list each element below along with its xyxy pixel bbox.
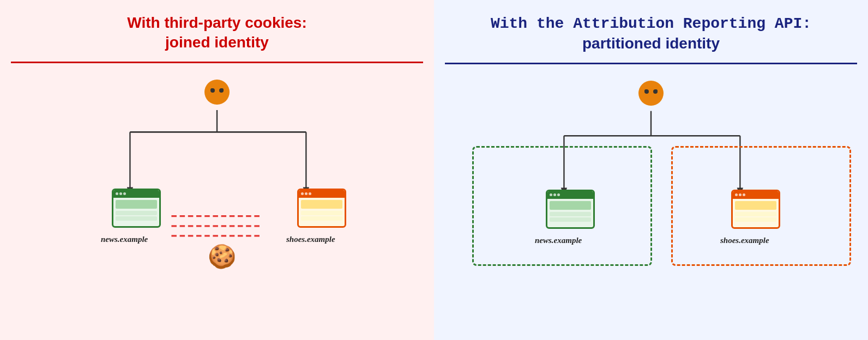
svg-point-18 [653, 89, 658, 94]
left-title-line2: joined identity [165, 34, 269, 51]
dot6 [309, 192, 311, 195]
left-arrows-svg [11, 74, 423, 329]
left-person [204, 80, 233, 108]
left-browser-shoes-content2 [301, 211, 342, 215]
dot3 [123, 192, 126, 195]
left-browser-shoes-bar [299, 190, 345, 198]
right-diagram: news.example shoes.example [445, 75, 857, 329]
left-shoes-label: shoes.example [286, 235, 335, 244]
right-browser-shoes [731, 190, 780, 229]
left-title-line1: With third-party cookies: [127, 14, 307, 31]
right-person-head [638, 81, 664, 106]
right-browser-shoes-content2 [735, 212, 776, 216]
rdot1 [550, 193, 552, 196]
left-browser-shoes [297, 189, 346, 228]
right-browser-shoes-content [735, 201, 776, 210]
right-browser-news-content2 [550, 212, 591, 216]
left-divider [11, 62, 423, 63]
right-browser-shoes-bar [733, 191, 779, 199]
svg-point-10 [219, 88, 224, 93]
cookie-icon: 🍪 [207, 243, 237, 272]
left-browser-shoes-content3 [301, 216, 342, 221]
left-news-label: news.example [101, 235, 148, 244]
right-title-line1: With the Attribution Reporting API: [491, 15, 811, 32]
dot1 [116, 192, 118, 195]
rdot4 [735, 193, 738, 196]
right-browser-news-bar [547, 191, 593, 199]
right-person-face [638, 81, 664, 106]
right-person [638, 81, 667, 109]
left-browser-news-bar [113, 190, 159, 198]
left-browser-news-content [116, 200, 157, 209]
left-person-face [204, 80, 230, 105]
rdot6 [743, 193, 745, 196]
left-browser-news-content2 [116, 211, 157, 215]
left-person-head [204, 80, 230, 105]
right-browser-shoes-content3 [735, 217, 776, 222]
dot4 [301, 192, 304, 195]
rdot3 [557, 193, 560, 196]
rdot5 [739, 193, 742, 196]
left-browser-shoes-content [301, 200, 342, 209]
right-browser-news [546, 190, 595, 229]
right-browser-news-content3 [550, 217, 591, 222]
right-shoes-label: shoes.example [720, 236, 769, 245]
left-diagram: 🍪 news.example shoes.example [11, 74, 423, 329]
right-news-label: news.example [535, 236, 582, 245]
left-browser-news [112, 189, 161, 228]
right-divider [445, 63, 857, 64]
left-title: With third-party cookies: joined identit… [127, 13, 307, 53]
dot5 [305, 192, 308, 195]
svg-point-9 [210, 88, 215, 93]
right-title: With the Attribution Reporting API: part… [491, 13, 811, 54]
left-panel: With third-party cookies: joined identit… [0, 0, 434, 340]
dot2 [119, 192, 122, 195]
rdot2 [553, 193, 556, 196]
right-browser-news-content [550, 201, 591, 210]
right-title-line2: partitioned identity [582, 35, 720, 52]
left-browser-news-content3 [116, 216, 157, 221]
svg-point-17 [644, 89, 649, 94]
right-panel: With the Attribution Reporting API: part… [434, 0, 868, 340]
